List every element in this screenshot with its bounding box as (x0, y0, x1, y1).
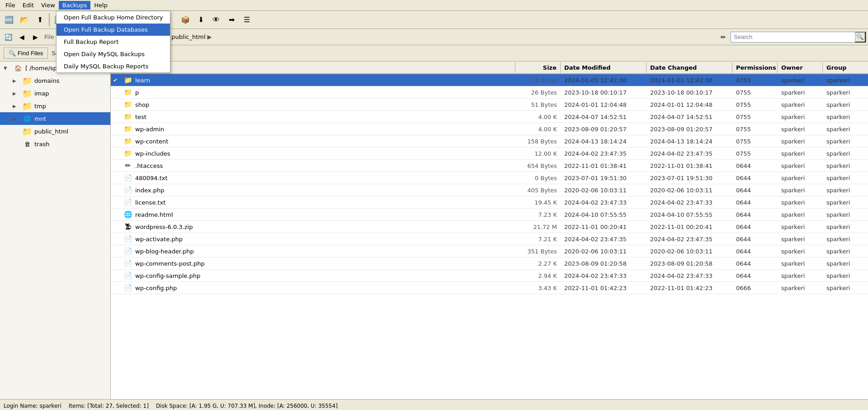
row-name-17: 📄 wp-config.php (120, 282, 515, 294)
table-row[interactable]: 📁 p 26 Bytes 2023-10-18 00:10:17 2023-10… (111, 86, 868, 99)
menu-view[interactable]: View (38, 1, 59, 10)
file-icon-7: ✏️ (123, 161, 132, 170)
toolbar-up[interactable]: ⬆ (33, 13, 47, 27)
file-icon-15: 📄 (123, 259, 132, 268)
sidebar-label-publichtml: public_html (34, 128, 68, 135)
menu-edit[interactable]: Edit (19, 1, 38, 10)
sidebar-item-trash[interactable]: 🗑 trash (0, 138, 110, 150)
row-group-10: sparkeri (823, 198, 868, 207)
menu-file[interactable]: File (2, 1, 19, 10)
row-name-10: 📄 license.txt (120, 196, 515, 208)
row-perms-8: 0644 (732, 173, 778, 183)
sidebar-item-imap[interactable]: ▶ 📁 imap (0, 87, 110, 100)
nav-forward2[interactable]: ▶ (29, 31, 42, 43)
table-header: ▼ Name Size Date Modified Date Changed P… (111, 62, 868, 74)
row-perms-5: 0755 (732, 137, 778, 146)
row-size-5: 158 Bytes (515, 137, 561, 146)
table-row[interactable]: 📄 wp-config-sample.php 2.94 K 2024-04-02… (111, 270, 868, 282)
row-datemod-16: 2024-04-02 23:47:33 (561, 271, 646, 281)
sidebar-item-domains[interactable]: ▶ 📁 domains (0, 74, 110, 87)
sidebar-item-mnt[interactable]: ▶ 🌐 mnt (0, 112, 110, 125)
file-icon-10: 📄 (123, 198, 132, 207)
table-row[interactable]: 📁 wp-content 158 Bytes 2024-04-13 18:14:… (111, 135, 868, 148)
table-row[interactable]: 📄 wp-config.php 3.43 K 2022-11-01 01:42:… (111, 282, 868, 294)
nav-back2[interactable]: ◀ (15, 31, 28, 43)
row-size-0: 51 Bytes (515, 76, 561, 85)
row-size-12: 21.72 M (515, 222, 561, 232)
file-icon-9: 📄 (123, 186, 132, 195)
toolbar-download[interactable]: ⬇ (193, 13, 208, 27)
toolbar-preview[interactable]: 👁 (209, 13, 223, 27)
row-size-1: 26 Bytes (515, 88, 561, 97)
table-row[interactable]: 📁 shop 51 Bytes 2024-01-01 12:04:48 2024… (111, 99, 868, 111)
file-icon-17: 📄 (123, 283, 132, 292)
table-row[interactable]: 📁 wp-includes 12.00 K 2024-04-02 23:47:3… (111, 148, 868, 160)
row-name-14: 📄 wp-blog-header.php (120, 245, 515, 257)
table-row[interactable]: 🗜 wordpress-6.0.3.zip 21.72 M 2022-11-01… (111, 221, 868, 233)
row-group-12: sparkeri (823, 222, 868, 232)
search-button[interactable]: 🔍 (855, 32, 866, 43)
col-header-group[interactable]: Group (823, 62, 868, 73)
row-perms-0: 0755 (732, 76, 778, 85)
table-row[interactable]: 📄 wp-comments-post.php 2.27 K 2023-08-09… (111, 257, 868, 270)
row-datechanged-1: 2023-10-18 00:10:17 (646, 88, 732, 97)
toolbar-open[interactable]: 📂 (17, 13, 32, 27)
table-row[interactable]: 📄 license.txt 19.45 K 2024-04-02 23:47:3… (111, 196, 868, 209)
folder-icon-publichtml: 📁 (23, 127, 32, 136)
dropdown-item-4[interactable]: Daily MySQL Backup Reports (57, 60, 170, 72)
col-header-size[interactable]: Size (515, 62, 561, 73)
home-icon: 🏠 (14, 63, 23, 72)
table-row[interactable]: ✏️ .htaccess 654 Bytes 2022-11-01 01:38:… (111, 160, 868, 172)
row-owner-17: sparkeri (778, 283, 823, 293)
row-datechanged-0: 2024-01-01 12:42:30 (646, 76, 732, 85)
row-datechanged-3: 2024-04-07 14:52:51 (646, 112, 732, 122)
row-name-5: 📁 wp-content (120, 135, 515, 147)
statusbar: Login Name: sparkeri Items: [Total: 27, … (0, 399, 868, 410)
sidebar: ▼ 🏠 [ /home/sp... ▶ 📁 domains ▶ 📁 imap ▶… (0, 62, 111, 399)
table-row[interactable]: ✔ 📁 learn 51 Bytes 2024-01-01 12:42:30 2… (111, 74, 868, 86)
file-icon-2: 📁 (123, 100, 132, 109)
table-row[interactable]: 📁 wp-admin 4.00 K 2023-08-09 01:20:57 20… (111, 123, 868, 135)
table-row[interactable]: 📄 480094.txt 0 Bytes 2023-07-01 19:51:30… (111, 172, 868, 184)
dropdown-item-3[interactable]: Open Daily MySQL Backups (57, 48, 170, 60)
file-icon-5: 📁 (123, 137, 132, 146)
table-row[interactable]: 📄 wp-activate.php 7.21 K 2024-04-02 23:4… (111, 233, 868, 245)
table-row[interactable]: 📁 test 4.00 K 2024-04-07 14:52:51 2024-0… (111, 111, 868, 123)
col-header-datechanged[interactable]: Date Changed (646, 62, 732, 73)
row-perms-1: 0755 (732, 88, 778, 97)
row-group-4: sparkeri (823, 124, 868, 134)
menu-backups[interactable]: Backups (59, 1, 90, 10)
file-icon-0: 📁 (123, 76, 132, 85)
menu-help[interactable]: Help (90, 1, 111, 10)
toolbar-list[interactable]: ☰ (240, 13, 254, 27)
toolbar-right[interactable]: ➡ (224, 13, 239, 27)
col-header-name[interactable]: Name (120, 62, 515, 73)
search-input[interactable] (731, 32, 855, 42)
row-group-8: sparkeri (823, 173, 868, 183)
trash-icon: 🗑 (23, 139, 32, 148)
row-name-3: 📁 test (120, 111, 515, 123)
dropdown-item-2[interactable]: Full Backup Report (57, 36, 170, 48)
row-size-14: 351 Bytes (515, 247, 561, 256)
col-header-datemod[interactable]: Date Modified (561, 62, 646, 73)
row-name-15: 📄 wp-comments-post.php (120, 257, 515, 269)
table-row[interactable]: 📄 index.php 405 Bytes 2020-02-06 10:03:1… (111, 184, 868, 196)
row-checkbox-0[interactable]: ✔ (111, 77, 120, 83)
dropdown-item-1[interactable]: Open Full Backup Databases (57, 24, 170, 36)
edit-path-button[interactable]: ✏ (717, 31, 730, 43)
sidebar-item-publichtml[interactable]: 📁 public_html (0, 125, 110, 138)
dropdown-item-0[interactable]: Open Full Backup Home Directory (57, 11, 170, 24)
row-owner-13: sparkeri (778, 234, 823, 244)
row-name-7: ✏️ .htaccess (120, 160, 515, 172)
col-header-perms[interactable]: Permissions (732, 62, 778, 73)
find-files-button[interactable]: 🔍 Find Files (4, 48, 48, 59)
toolbar-new[interactable]: 🆕 (2, 13, 16, 27)
row-name-label-8: 480094.txt (135, 175, 168, 181)
table-row[interactable]: 🌐 readme.html 7.23 K 2024-04-10 07:55:55… (111, 209, 868, 221)
sidebar-item-tmp[interactable]: ▶ 📁 tmp (0, 100, 110, 112)
nav-refresh[interactable]: 🔄 (2, 31, 14, 43)
toolbar-pack[interactable]: 📦 (178, 13, 193, 27)
col-header-owner[interactable]: Owner (778, 62, 823, 73)
table-row[interactable]: 📄 wp-blog-header.php 351 Bytes 2020-02-0… (111, 245, 868, 257)
breadcrumb-part-publichtml[interactable]: public_html (171, 33, 205, 40)
